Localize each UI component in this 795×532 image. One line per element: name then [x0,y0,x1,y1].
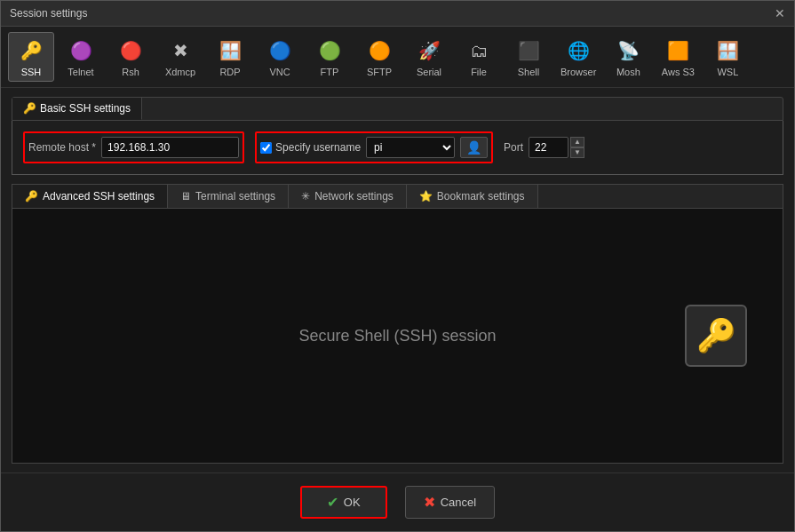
protocol-item-vnc[interactable]: 🔵 VNC [257,33,303,81]
protocol-item-ftp[interactable]: 🟢 FTP [306,33,353,81]
footer: ✔ OK ✖ Cancel [1,472,794,531]
tab-basic-ssh[interactable]: 🔑 Basic SSH settings [12,98,142,120]
preview-text: Secure Shell (SSH) session [298,327,496,345]
sub-tab-bar: 🔑Advanced SSH settings🖥Terminal settings… [12,184,783,208]
remote-host-group: Remote host * [23,131,244,163]
protocol-label-serial: Serial [417,67,441,77]
protocol-item-file[interactable]: 🗂 File [456,33,502,81]
port-input[interactable] [529,137,568,158]
protocol-icon-serial: 🚀 [415,36,443,65]
protocol-item-sftp[interactable]: 🟠 SFTP [356,33,402,81]
protocol-item-rsh[interactable]: 🔴 Rsh [107,33,154,81]
ok-label: OK [344,496,361,509]
username-group: Specify username pi 👤 [255,131,493,163]
ok-button[interactable]: ✔ OK [300,486,387,519]
sub-tab-advanced[interactable]: 🔑Advanced SSH settings [12,185,168,208]
protocol-label-vnc: VNC [269,67,290,77]
protocol-item-shell[interactable]: ⬛ Shell [505,33,552,81]
protocol-icon-file: 🗂 [465,36,493,65]
port-increment-button[interactable]: ▲ [570,137,584,147]
protocol-bar: 🔑 SSH 🟣 Telnet 🔴 Rsh ✖ Xdmcp 🪟 RDP 🔵 VNC… [1,27,794,88]
sub-tab-label-terminal: Terminal settings [195,190,275,202]
basic-ssh-label: Basic SSH settings [40,102,131,115]
protocol-label-browser: Browser [560,67,596,77]
protocol-label-xdmcp: Xdmcp [165,67,195,77]
user-icon-button[interactable]: 👤 [460,137,488,158]
protocol-label-sftp: SFTP [367,67,392,77]
protocol-item-mosh[interactable]: 📡 Mosh [605,33,651,81]
port-group: Port ▲ ▼ [504,137,584,158]
sub-tab-icon-bookmark: ⭐ [419,190,433,202]
protocol-icon-ftp: 🟢 [315,36,344,65]
port-spinner: ▲ ▼ [529,137,584,158]
username-select[interactable]: pi [366,137,455,158]
protocol-label-ssh: SSH [21,67,42,77]
protocol-item-wsl[interactable]: 🪟 WSL [704,33,751,81]
protocol-item-ssh[interactable]: 🔑 SSH [8,32,54,82]
protocol-label-telnet: Telnet [68,67,93,77]
sub-tab-icon-network: ✳ [301,190,310,202]
protocol-icon-vnc: 🔵 [266,36,294,65]
ok-check-icon: ✔ [327,494,338,511]
basic-ssh-icon: 🔑 [23,102,36,115]
cancel-button[interactable]: ✖ Cancel [405,486,495,519]
protocol-label-mosh: Mosh [616,67,640,77]
protocol-icon-sftp: 🟠 [365,36,394,65]
protocol-item-rdp[interactable]: 🪟 RDP [207,33,253,81]
cancel-label: Cancel [441,496,476,509]
sub-tab-bookmark[interactable]: ⭐Bookmark settings [407,185,538,208]
spinner-buttons: ▲ ▼ [570,137,584,158]
title-bar: Session settings ✕ [1,1,794,27]
protocol-label-shell: Shell [518,67,539,77]
protocol-item-browser[interactable]: 🌐 Browser [555,33,601,81]
sub-tab-label-network: Network settings [314,190,394,202]
session-settings-dialog: Session settings ✕ 🔑 SSH 🟣 Telnet 🔴 Rsh … [0,0,795,532]
specify-username-label: Specify username [275,141,361,154]
sub-tab-icon-advanced: 🔑 [25,190,38,202]
sub-tab-label-advanced: Advanced SSH settings [43,190,155,202]
protocol-icon-rsh: 🔴 [116,36,145,65]
form-row: Remote host * Specify username pi 👤 [23,131,772,163]
protocol-label-file: File [471,67,487,77]
protocol-icon-shell: ⬛ [514,36,543,65]
specify-username-checkbox[interactable] [260,142,272,154]
protocol-icon-telnet: 🟣 [67,36,95,65]
basic-settings-box: Remote host * Specify username pi 👤 [12,121,783,175]
key-icon: 🔑 [685,305,747,367]
protocol-label-ftp: FTP [321,67,339,77]
protocol-item-xdmcp[interactable]: ✖ Xdmcp [157,33,203,81]
protocol-item-telnet[interactable]: 🟣 Telnet [58,33,104,81]
sub-tab-network[interactable]: ✳Network settings [289,185,407,208]
specify-username-checkbox-label[interactable]: Specify username [260,141,361,154]
protocol-icon-wsl: 🪟 [713,36,742,65]
protocol-label-rdp: RDP [219,67,240,77]
protocol-icon-browser: 🌐 [564,36,592,65]
lower-section: 🔑Advanced SSH settings🖥Terminal settings… [12,184,783,464]
protocol-icon-awss3: 🟧 [664,36,692,65]
remote-host-label: Remote host * [28,141,96,154]
protocol-icon-rdp: 🪟 [216,36,244,65]
port-label: Port [504,141,523,154]
protocol-label-rsh: Rsh [122,67,139,77]
content-area: 🔑 Basic SSH settings Remote host * [1,88,794,472]
protocol-item-serial[interactable]: 🚀 Serial [406,33,452,81]
sub-tab-terminal[interactable]: 🖥Terminal settings [168,185,289,208]
protocol-icon-mosh: 📡 [614,36,642,65]
protocol-icon-ssh: 🔑 [17,36,45,65]
basic-settings-section: 🔑 Basic SSH settings Remote host * [12,97,783,175]
sub-tab-label-bookmark: Bookmark settings [437,190,525,202]
cancel-x-icon: ✖ [424,494,435,511]
protocol-label-awss3: Aws S3 [662,67,695,77]
port-decrement-button[interactable]: ▼ [570,147,584,158]
sub-tab-icon-terminal: 🖥 [180,190,191,202]
close-button[interactable]: ✕ [775,6,785,20]
basic-settings-tab-bar: 🔑 Basic SSH settings [12,97,783,121]
protocol-item-awss3[interactable]: 🟧 Aws S3 [655,33,701,81]
preview-area: Secure Shell (SSH) session 🔑 [12,208,783,464]
remote-host-input[interactable] [101,137,239,158]
dialog-title: Session settings [10,7,87,20]
protocol-icon-xdmcp: ✖ [166,36,195,65]
protocol-label-wsl: WSL [717,67,738,77]
